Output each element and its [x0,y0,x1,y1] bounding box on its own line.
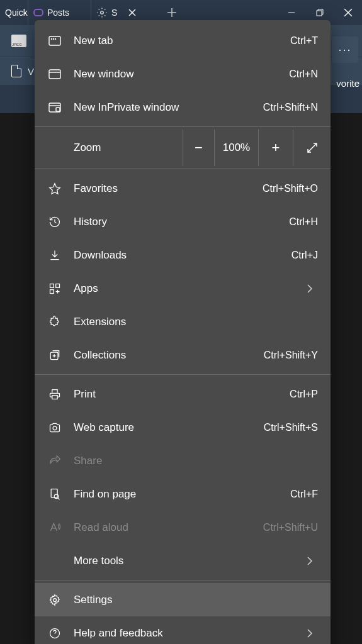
close-window-button[interactable] [334,0,362,25]
menu-label: More tools [74,555,307,567]
menu-downloads[interactable]: Downloads Ctrl+J [35,238,331,272]
menu-help-feedback[interactable]: Help and feedback [35,616,331,644]
inprivate-icon [47,103,62,113]
svg-point-0 [101,11,104,14]
menu-shortcut: Ctrl+N [289,69,318,80]
menu-shortcut: Ctrl+F [290,489,318,500]
menu-settings[interactable]: Settings [35,583,331,616]
svg-point-4 [54,38,54,39]
menu-shortcut: Ctrl+J [291,250,318,261]
menu-share: Share [35,444,331,477]
share-icon [47,455,62,467]
window-icon [47,69,62,79]
menu-extensions[interactable]: Extensions [35,305,331,338]
menu-find-on-page[interactable]: Find on page Ctrl+F [35,477,331,511]
menu-favorites[interactable]: Favorites Ctrl+Shift+O [35,172,331,205]
menu-separator [35,126,331,127]
tab-label: S [111,8,117,18]
svg-rect-10 [56,284,60,287]
menu-label: New tab [74,35,290,47]
svg-point-3 [52,38,52,39]
menu-separator [35,374,331,375]
gear-icon [47,594,62,606]
menu-label: History [74,216,289,228]
menu-new-window[interactable]: New window Ctrl+N [35,57,331,91]
menu-new-tab[interactable]: New tab Ctrl+T [35,24,331,57]
zoom-label: Zoom [35,142,183,154]
menu-label: New InPrivate window [74,101,263,114]
menu-separator [35,169,331,169]
menu-label: Downloads [74,249,291,262]
svg-point-14 [53,426,57,430]
menu-history[interactable]: History Ctrl+H [35,205,331,238]
zoom-value: 100% [214,130,258,166]
app-menu: New tab Ctrl+T New window Ctrl+N New InP… [35,20,331,644]
menu-apps[interactable]: Apps [35,272,331,305]
menu-zoom-row: Zoom − 100% + [35,130,331,166]
svg-rect-6 [49,70,60,79]
zoom-out-button[interactable]: − [183,130,214,166]
camera-icon [47,421,62,434]
menu-shortcut: Ctrl+P [290,389,318,400]
search-page-icon [47,488,62,501]
tab-label: Posts [47,8,69,18]
menu-label: Help and feedback [74,627,307,640]
svg-rect-8 [56,108,60,111]
apps-icon [47,282,62,295]
menu-shortcut: Ctrl+Shift+N [263,102,318,113]
menu-shortcut: Ctrl+Shift+Y [264,350,318,361]
new-tab-icon [47,36,62,46]
history-icon [47,216,62,228]
menu-label: Find on page [74,488,290,501]
favorites-bar-letter: V [28,66,34,77]
chevron-right-icon [307,557,318,565]
menu-label: Extensions [74,316,318,328]
menu-shortcut: Ctrl+H [289,216,318,228]
menu-label: Collections [74,349,264,362]
svg-rect-1 [317,11,322,16]
menu-more-tools[interactable]: More tools [35,544,331,577]
menu-separator [35,580,331,580]
svg-rect-11 [50,289,54,293]
menu-label: New window [74,68,289,80]
close-tab-icon[interactable] [128,9,136,16]
menu-label: Settings [74,594,318,606]
more-menu-button[interactable]: ··· [332,36,358,63]
puzzle-icon [47,316,62,328]
menu-label: Share [74,455,318,467]
menu-shortcut: Ctrl+T [290,35,318,47]
gear-icon [96,7,108,18]
jpeg-file-icon [11,35,26,47]
svg-point-17 [54,598,57,601]
svg-point-16 [54,494,59,499]
menu-shortcut: Ctrl+Shift+S [264,422,318,433]
read-aloud-icon [47,521,62,534]
zoom-in-button[interactable]: + [258,130,293,166]
menu-new-inprivate[interactable]: New InPrivate window Ctrl+Shift+N [35,91,331,124]
menu-label: Favorites [74,182,263,195]
collections-icon [47,349,62,362]
menu-label: Web capture [74,421,264,434]
menu-label: Apps [74,282,307,295]
help-icon [47,627,62,640]
menu-print[interactable]: Print Ctrl+P [35,377,331,411]
favorites-text-fragment: vorite [336,78,359,89]
tab-label: Quick [5,8,28,18]
svg-rect-9 [50,284,54,287]
page-icon [11,65,21,77]
menu-shortcut: Ctrl+Shift+O [263,183,318,194]
svg-rect-2 [49,36,60,45]
menu-label: Read aloud [74,521,263,534]
print-icon [47,388,62,401]
download-icon [47,249,62,262]
menu-collections[interactable]: Collections Ctrl+Shift+Y [35,338,331,372]
menu-read-aloud: Read aloud Ctrl+Shift+U [35,511,331,544]
svg-point-5 [55,38,56,39]
menu-web-capture[interactable]: Web capture Ctrl+Shift+S [35,411,331,444]
new-tab-button[interactable] [167,8,177,18]
star-icon [47,182,62,195]
chevron-right-icon [307,284,318,293]
fullscreen-button[interactable] [293,130,331,166]
tab-quick[interactable]: Quick [0,0,28,25]
eye-icon [33,9,43,16]
